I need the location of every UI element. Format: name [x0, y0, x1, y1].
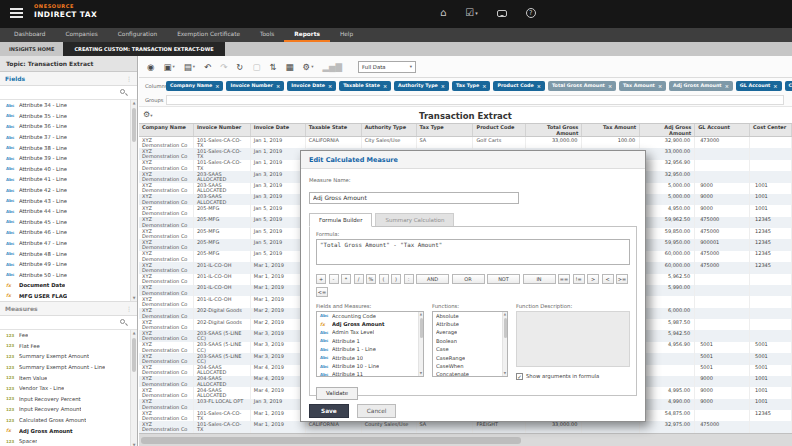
- chip-remove-icon[interactable]: ×: [658, 83, 662, 89]
- scroll-down-icon[interactable]: ▼: [503, 371, 507, 376]
- list-item-vendor-tax-line[interactable]: 123Vendor Tax - Line: [0, 383, 137, 394]
- col-header-cost-center[interactable]: Cost Center: [750, 124, 792, 136]
- undo-icon[interactable]: ↶: [204, 62, 211, 72]
- chip-remove-icon[interactable]: ×: [383, 83, 387, 89]
- operator-button[interactable]: NOT: [487, 274, 520, 284]
- list-scrollbar[interactable]: ▲ ▼: [418, 312, 423, 376]
- scroll-down-icon[interactable]: ▼: [419, 371, 423, 376]
- scroll-up-icon[interactable]: ▲: [503, 312, 507, 317]
- operator-button[interactable]: %: [366, 274, 376, 284]
- column-chip-taxable-state[interactable]: Taxable State×: [339, 81, 391, 91]
- column-chip-authority-type[interactable]: Authority Type×: [394, 81, 449, 91]
- operator-button[interactable]: -: [329, 274, 339, 284]
- chip-remove-icon[interactable]: ×: [608, 83, 612, 89]
- chip-remove-icon[interactable]: ×: [215, 83, 219, 89]
- list-item-input-recovery-amount[interactable]: 123Input Recovery Amount: [0, 404, 137, 415]
- chip-remove-icon[interactable]: ×: [328, 83, 332, 89]
- dialog-title[interactable]: Edit Calculated Measure: [301, 151, 645, 169]
- operator-button[interactable]: IN: [523, 274, 556, 284]
- function-item-boolean[interactable]: Boolean: [433, 337, 507, 345]
- scroll-up-icon[interactable]: ▲: [419, 312, 423, 317]
- list-item-attribute-1[interactable]: AbcAttribute 1: [317, 337, 423, 345]
- operator-button[interactable]: OR: [452, 274, 485, 284]
- nav-item-reports[interactable]: Reports: [284, 28, 330, 42]
- operator-button[interactable]: (: [379, 274, 389, 284]
- scroll-down-icon[interactable]: ▼: [131, 442, 137, 446]
- scroll-thumb[interactable]: [132, 108, 136, 142]
- col-header-adj-gross-amount[interactable]: Adj Gross Amount: [640, 124, 695, 136]
- copy-icon[interactable]: ▢: [252, 62, 260, 72]
- list-item-attribute-10[interactable]: AbcAttribute 10: [317, 353, 423, 361]
- list-item-attribute-42-line[interactable]: AbcAttribute 42 - Line: [0, 185, 137, 196]
- function-item-concatenate[interactable]: Concatenate: [433, 370, 507, 376]
- col-header-taxable-state[interactable]: Taxable State: [306, 124, 362, 136]
- refresh-icon[interactable]: ↻: [236, 62, 243, 72]
- list-item-spacer[interactable]: 123Spacer: [0, 436, 137, 446]
- list-item-attribute-43-line[interactable]: AbcAttribute 43 - Line: [0, 195, 137, 206]
- chip-remove-icon[interactable]: ×: [537, 83, 541, 89]
- list-item-document-date[interactable]: fxDocument Date: [0, 280, 137, 291]
- list-item-adj-gross-amount[interactable]: fxAdj Gross Amount: [0, 425, 137, 436]
- home-icon[interactable]: ⌂: [440, 6, 446, 20]
- operator-button[interactable]: ): [391, 274, 401, 284]
- list-item-attribute-40-line[interactable]: AbcAttribute 40 - Line: [0, 164, 137, 175]
- list-item-attribute-38-line[interactable]: AbcAttribute 38 - Line: [0, 142, 137, 153]
- function-item-casewhen[interactable]: CaseWhen: [433, 362, 507, 370]
- tab-insights-home[interactable]: INSIGHTS HOME: [0, 42, 63, 56]
- list-item-accounting-code[interactable]: AbcAccounting Code: [317, 312, 423, 320]
- list-item-adj-gross-amount[interactable]: fxAdj Gross Amount: [317, 320, 423, 328]
- chart-icon[interactable]: ▂▅▇: [322, 62, 342, 72]
- col-header-total-gross-amount[interactable]: Total Gross Amount: [526, 124, 582, 136]
- operator-button[interactable]: +: [316, 274, 326, 284]
- function-item-attribute[interactable]: Attribute: [433, 320, 507, 328]
- list-item-attribute-41-line[interactable]: AbcAttribute 41 - Line: [0, 174, 137, 185]
- col-header-gl-account[interactable]: GL Account: [695, 124, 750, 136]
- list-item-fee[interactable]: 123Fee: [0, 330, 137, 341]
- save-icon[interactable]: ▣▾: [163, 62, 174, 72]
- scroll-up-icon[interactable]: ▲: [131, 330, 137, 336]
- list-item-attribute-1-line[interactable]: AbcAttribute 1 - Line: [317, 345, 423, 353]
- measures-search-input[interactable]: [4, 318, 119, 328]
- col-header-tax-type[interactable]: Tax Type: [417, 124, 474, 136]
- fields-menu-icon[interactable]: ⋮: [126, 75, 132, 82]
- validate-button[interactable]: Validate: [316, 387, 358, 400]
- scroll-thumb[interactable]: [141, 437, 521, 444]
- function-item-absolute[interactable]: Absolute: [433, 312, 507, 320]
- fields-scrollbar[interactable]: ▲ ▼: [130, 100, 137, 301]
- tab-formula-builder[interactable]: Formula Builder: [309, 213, 372, 227]
- chip-remove-icon[interactable]: ×: [482, 83, 486, 89]
- column-chip-product-code[interactable]: Product Code×: [493, 81, 545, 91]
- operator-button[interactable]: /: [354, 274, 364, 284]
- function-item-average[interactable]: Average: [433, 328, 507, 336]
- operator-button[interactable]: :: [404, 274, 414, 284]
- chip-remove-icon[interactable]: ×: [276, 83, 280, 89]
- column-chip-cost-center[interactable]: Cost Center×: [785, 81, 792, 91]
- scroll-down-icon[interactable]: ▼: [131, 295, 137, 301]
- measures-menu-icon[interactable]: ⋮: [126, 305, 132, 312]
- list-item-attribute-45-line[interactable]: AbcAttribute 45 - Line: [0, 217, 137, 228]
- list-item-attribute-49-line[interactable]: AbcAttribute 49 - Line: [0, 259, 137, 270]
- operator-button[interactable]: <=: [316, 287, 328, 297]
- list-item-mfg-user-flag[interactable]: fxMFG USER FLAG: [0, 291, 137, 302]
- function-item-caserange[interactable]: CaseRange: [433, 353, 507, 361]
- chip-remove-icon[interactable]: ×: [441, 83, 445, 89]
- list-item-input-recovery-percent[interactable]: 123Input Recovery Percent: [0, 394, 137, 405]
- save-button[interactable]: Save: [309, 404, 349, 418]
- horizontal-scrollbar[interactable]: [139, 433, 792, 446]
- cancel-button[interactable]: Cancel: [357, 404, 397, 418]
- scroll-thumb[interactable]: [504, 318, 507, 338]
- table-row[interactable]: XYZ Demonstration Co101-Sales-CA-CO-TXJa…: [139, 137, 792, 148]
- operator-button[interactable]: AND: [416, 274, 449, 284]
- chat-icon[interactable]: [497, 10, 507, 17]
- scroll-thumb[interactable]: [132, 338, 136, 372]
- list-item-attribute-37-line[interactable]: AbcAttribute 37 - Line: [0, 132, 137, 143]
- list-item-attribute-36-line[interactable]: AbcAttribute 36 - Line: [0, 121, 137, 132]
- column-chip-company-name[interactable]: Company Name×: [166, 81, 223, 91]
- nav-item-help[interactable]: Help: [330, 28, 363, 42]
- chip-remove-icon[interactable]: ×: [773, 83, 777, 89]
- fields-search-input[interactable]: [4, 88, 119, 98]
- operator-button[interactable]: >=: [616, 274, 628, 284]
- list-item-summary-exempt-amount-line[interactable]: 123Summary Exempt Amount - Line: [0, 362, 137, 373]
- list-item-attribute-46-line[interactable]: AbcAttribute 46 - Line: [0, 227, 137, 238]
- column-chip-invoice-number[interactable]: Invoice Number×: [226, 81, 284, 91]
